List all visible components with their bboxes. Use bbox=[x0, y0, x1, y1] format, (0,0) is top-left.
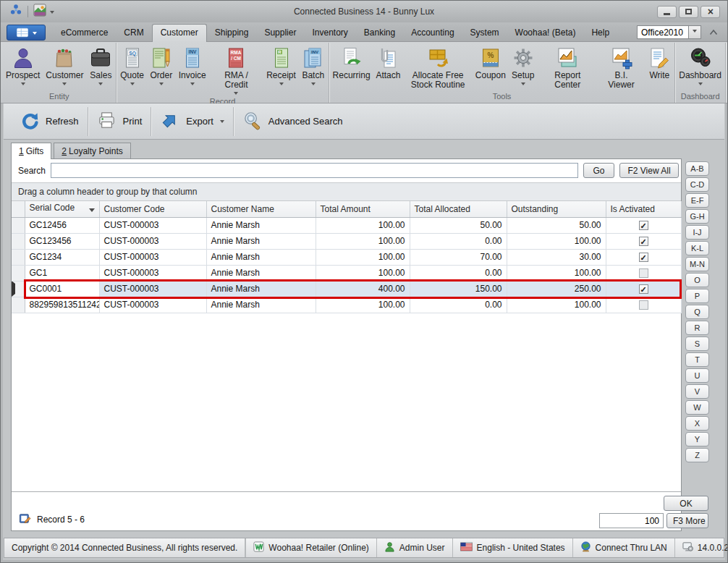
cell-is-activated[interactable] bbox=[606, 297, 681, 313]
cell-total-allocated[interactable]: 0.00 bbox=[410, 233, 507, 249]
ribbon-button-receipt[interactable]: RReceipt bbox=[263, 43, 298, 88]
cell-total-amount[interactable]: 400.00 bbox=[316, 281, 410, 297]
application-menu-button[interactable] bbox=[7, 25, 46, 41]
menu-tab-inventory[interactable]: Inventory bbox=[304, 25, 355, 41]
menu-tab-supplier[interactable]: Supplier bbox=[256, 25, 304, 41]
cell-customer-code[interactable]: CUST-000003 bbox=[99, 217, 206, 233]
cell-customer-name[interactable]: Annie Marsh bbox=[206, 249, 316, 265]
alphabet-button-o[interactable]: O bbox=[685, 273, 709, 287]
column-header-is-activated[interactable]: Is Activated bbox=[606, 201, 681, 217]
alphabet-button-k-l[interactable]: K-L bbox=[685, 241, 709, 255]
quick-access-dropdown-icon[interactable] bbox=[50, 11, 54, 16]
view-all-button[interactable]: F2 View All bbox=[619, 163, 679, 178]
column-header-total-amount[interactable]: Total Amount bbox=[316, 201, 410, 217]
filter-dropdown-icon[interactable] bbox=[89, 208, 95, 215]
cell-customer-name[interactable]: Annie Marsh bbox=[206, 233, 316, 249]
ribbon-button-order[interactable]: Order bbox=[147, 43, 176, 88]
print-button[interactable]: Print bbox=[90, 109, 150, 135]
cell-is-activated[interactable] bbox=[606, 217, 681, 233]
cell-total-allocated[interactable]: 70.00 bbox=[410, 249, 507, 265]
column-header-outstanding[interactable]: Outstanding bbox=[507, 201, 606, 217]
cell-total-allocated[interactable]: 0.00 bbox=[410, 297, 507, 313]
alphabet-button-p[interactable]: P bbox=[685, 289, 709, 303]
cell-serial-code[interactable]: 8829598135112426 bbox=[25, 297, 99, 313]
ribbon-button-allocate-free-stock-routine[interactable]: Allocate Free Stock Routine bbox=[403, 43, 473, 90]
cell-is-activated[interactable] bbox=[606, 233, 681, 249]
table-row[interactable]: GC12456CUST-000003Annie Marsh100.0050.00… bbox=[12, 217, 681, 233]
ribbon-button-customer[interactable]: Customer bbox=[43, 43, 86, 88]
advanced-search-button[interactable]: Advanced Search bbox=[235, 109, 350, 135]
go-button[interactable]: Go bbox=[583, 163, 614, 178]
cell-serial-code[interactable]: GC123456 bbox=[25, 233, 99, 249]
cell-total-amount[interactable]: 100.00 bbox=[316, 265, 410, 281]
menu-tab-woohaa-beta[interactable]: Woohaa! (Beta) bbox=[507, 25, 584, 41]
column-header-customer-name[interactable]: Customer Name bbox=[206, 201, 316, 217]
cell-customer-name[interactable]: Annie Marsh bbox=[206, 281, 316, 297]
table-row[interactable]: 8829598135112426CUST-000003Annie Marsh10… bbox=[12, 297, 681, 313]
search-input[interactable] bbox=[51, 163, 578, 178]
cell-total-allocated[interactable]: 0.00 bbox=[410, 265, 507, 281]
row-indicator-cell[interactable] bbox=[12, 249, 25, 265]
cell-total-amount[interactable]: 100.00 bbox=[316, 233, 410, 249]
alphabet-button-u[interactable]: U bbox=[685, 368, 709, 383]
alphabet-button-t[interactable]: T bbox=[685, 352, 709, 367]
cell-outstanding[interactable]: 50.00 bbox=[507, 217, 606, 233]
cell-customer-code[interactable]: CUST-000003 bbox=[99, 281, 206, 297]
current-user[interactable]: Admin User bbox=[376, 538, 452, 557]
ribbon-button-sales[interactable]: Sales bbox=[86, 43, 115, 88]
ribbon-button-b-i-viewer[interactable]: B.I. Viewer bbox=[598, 43, 646, 90]
alphabet-button-z[interactable]: Z bbox=[685, 448, 709, 462]
ribbon-button-invoice[interactable]: INVInvoice bbox=[176, 43, 209, 88]
alphabet-button-s[interactable]: S bbox=[685, 336, 709, 351]
close-button[interactable] bbox=[701, 6, 720, 18]
cell-total-amount[interactable]: 100.00 bbox=[316, 297, 410, 313]
checked-checkbox-icon[interactable] bbox=[639, 237, 648, 246]
ribbon-button-setup[interactable]: Setup bbox=[509, 43, 538, 88]
cell-serial-code[interactable]: GC0001 bbox=[25, 281, 99, 297]
cell-customer-code[interactable]: CUST-000003 bbox=[99, 233, 206, 249]
collapse-ribbon-button[interactable] bbox=[706, 25, 721, 39]
cell-customer-code[interactable]: CUST-000003 bbox=[99, 265, 206, 281]
unchecked-checkbox-icon[interactable] bbox=[639, 300, 648, 310]
refresh-button[interactable]: Refresh bbox=[12, 109, 86, 135]
cell-customer-name[interactable]: Annie Marsh bbox=[206, 297, 316, 313]
cell-customer-name[interactable]: Annie Marsh bbox=[206, 265, 316, 281]
cell-total-amount[interactable]: 100.00 bbox=[316, 217, 410, 233]
menu-tab-crm[interactable]: CRM bbox=[116, 25, 151, 41]
menu-tab-banking[interactable]: Banking bbox=[356, 25, 403, 41]
alphabet-button-i-j[interactable]: I-J bbox=[685, 225, 709, 240]
ribbon-button-rma-credit[interactable]: RMA/ CMRMA / Credit bbox=[209, 43, 264, 97]
ribbon-button-prospect[interactable]: Prospect bbox=[3, 43, 43, 88]
unchecked-checkbox-icon[interactable] bbox=[639, 268, 648, 278]
alphabet-button-v[interactable]: V bbox=[685, 384, 709, 399]
alphabet-button-c-d[interactable]: C-D bbox=[685, 177, 709, 192]
checked-checkbox-icon[interactable] bbox=[639, 253, 648, 262]
tab-loyalty-points[interactable]: 2Loyalty Points bbox=[54, 143, 130, 158]
export-button[interactable]: Export bbox=[153, 109, 232, 135]
row-indicator-cell[interactable] bbox=[12, 265, 25, 281]
ribbon-button-dashboard[interactable]: Dashboard bbox=[676, 43, 724, 88]
cell-outstanding[interactable]: 250.00 bbox=[507, 281, 606, 297]
more-button[interactable]: F3 More bbox=[666, 513, 708, 528]
cell-customer-code[interactable]: CUST-000003 bbox=[99, 249, 206, 265]
connection-mode[interactable]: Connect Thru LAN bbox=[572, 538, 674, 557]
menu-tab-system[interactable]: System bbox=[462, 25, 507, 41]
menu-tab-help[interactable]: Help bbox=[583, 25, 617, 41]
language-setting[interactable]: English - United States bbox=[452, 538, 572, 557]
ribbon-button-coupon[interactable]: %Coupon bbox=[473, 43, 509, 80]
cell-is-activated[interactable] bbox=[606, 265, 681, 281]
retailer-status[interactable]: Woohaa! Retailer (Online) bbox=[245, 538, 376, 557]
alphabet-button-g-h[interactable]: G-H bbox=[685, 209, 709, 224]
ribbon-button-quote[interactable]: SQQuote bbox=[117, 43, 147, 88]
ribbon-button-recurring[interactable]: Recurring bbox=[330, 43, 373, 80]
group-by-bar[interactable]: Drag a column header to group by that co… bbox=[12, 182, 681, 201]
ribbon-button-attach[interactable]: Attach bbox=[373, 43, 404, 80]
ok-button[interactable]: OK bbox=[664, 496, 708, 511]
cell-is-activated[interactable] bbox=[606, 249, 681, 265]
page-size-input[interactable] bbox=[599, 513, 664, 528]
table-row[interactable]: GC1CUST-000003Annie Marsh100.000.00100.0… bbox=[12, 265, 681, 281]
alphabet-button-e-f[interactable]: E-F bbox=[685, 193, 709, 208]
alphabet-button-x[interactable]: X bbox=[685, 416, 709, 431]
minimize-button[interactable] bbox=[657, 6, 677, 18]
restore-button[interactable] bbox=[679, 6, 698, 18]
